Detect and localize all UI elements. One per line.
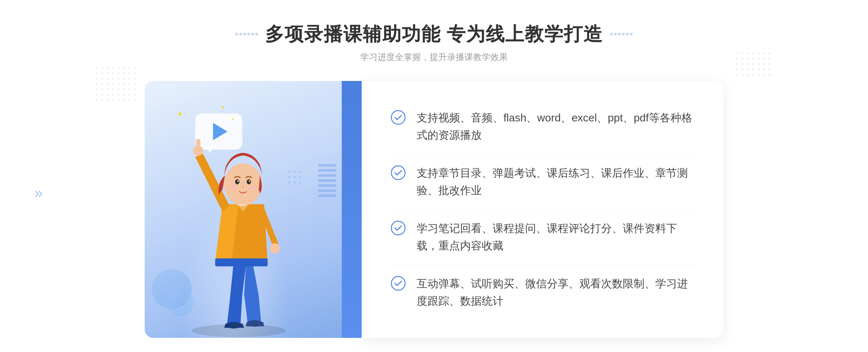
svg-point-23 [391,111,405,124]
feature-text-3: 学习笔记回看、课程提问、课程评论打分、课件资料下载，重点内容收藏 [417,220,694,254]
vertical-bar [342,81,362,338]
svg-point-20 [288,181,290,184]
feature-text-4: 互动弹幕、试听购买、微信分享、观看次数限制、学习进度跟踪、数据统计 [417,275,694,310]
svg-point-12 [230,185,237,190]
feature-text-1: 支持视频、音频、flash、word、excel、ppt、pdf等各种格式的资源… [417,109,694,144]
svg-point-22 [299,181,301,184]
check-circle-icon-3 [391,220,406,236]
svg-point-8 [235,179,239,184]
svg-point-4 [193,146,203,156]
svg-point-13 [249,185,256,190]
main-content: // Will be rendered via template ✦ ✦ ✦ [145,81,723,338]
main-title: 多项录播课辅助功能 专为线上教学打造 [265,22,603,47]
svg-point-10 [237,180,239,182]
svg-point-11 [249,180,250,182]
svg-rect-3 [215,258,268,266]
check-circle-icon-4 [391,276,406,291]
svg-point-17 [288,176,290,178]
header-section: 多项录播课辅助功能 专为线上教学打造 学习进度全掌握，提升录播课教学效果 [235,22,633,63]
bg-dot-pattern-left [96,67,137,103]
svg-point-16 [299,171,301,173]
svg-point-18 [294,176,296,178]
subtitle: 学习进度全掌握，提升录播课教学效果 [235,51,633,63]
feature-item-3: 学习笔记回看、课程提问、课程评论打分、课件资料下载，重点内容收藏 [391,210,694,265]
title-dots-left [235,33,258,35]
check-circle-icon-1 [391,110,406,125]
check-circle-icon-2 [391,165,406,180]
sparkle-icon-2: ✦ [221,104,225,110]
sparkle-icon-3: ✦ [231,117,234,121]
illustration-area: // Will be rendered via template ✦ ✦ ✦ [145,81,362,338]
feature-item-2: 支持章节目录、弹题考试、课后练习、课后作业、章节测验、批改作业 [391,154,694,210]
chevron-left-icon: » [34,184,43,202]
feature-item-4: 互动弹幕、试听购买、微信分享、观看次数限制、学习进度跟踪、数据统计 [391,265,694,320]
feature-item-1: 支持视频、音频、flash、word、excel、ppt、pdf等各种格式的资源… [391,99,694,154]
sparkle-icon-1: ✦ [177,110,183,119]
title-dots-right [610,33,633,35]
stripes-decoration [318,164,336,199]
circle-decoration-2 [166,289,193,316]
features-area: 支持视频、音频、flash、word、excel、ppt、pdf等各种格式的资源… [362,81,723,338]
svg-point-15 [294,171,296,173]
feature-text-2: 支持章节目录、弹题考试、课后练习、课后作业、章节测验、批改作业 [417,164,694,199]
title-row: 多项录播课辅助功能 专为线上教学打造 [235,22,633,47]
svg-point-5 [270,243,280,253]
svg-point-19 [299,176,301,178]
svg-point-21 [294,181,296,184]
svg-point-9 [247,179,251,184]
svg-point-24 [391,166,405,180]
svg-point-26 [391,276,405,290]
svg-point-14 [288,171,290,173]
svg-point-25 [391,221,405,235]
bg-dot-pattern-right [736,52,772,78]
